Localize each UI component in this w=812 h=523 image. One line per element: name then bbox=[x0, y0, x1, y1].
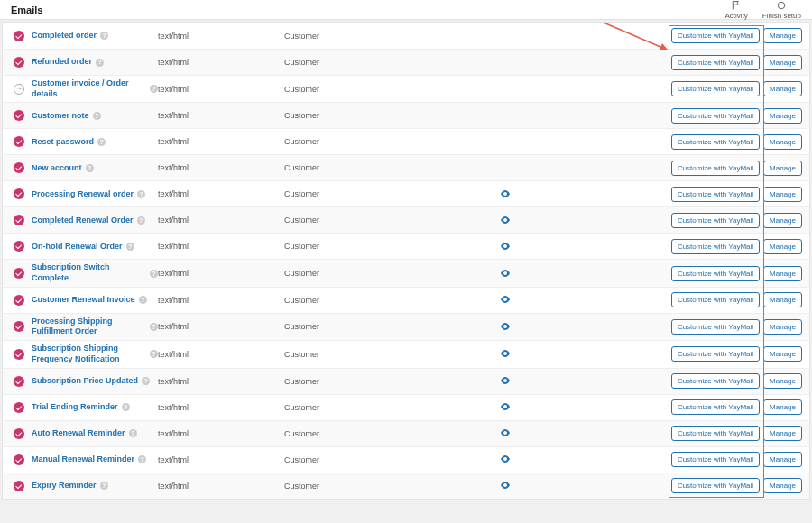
customize-button[interactable]: Customize with YayMail bbox=[671, 28, 760, 43]
manage-button[interactable]: Manage bbox=[763, 399, 802, 415]
manage-button[interactable]: Manage bbox=[763, 55, 802, 70]
customize-button[interactable]: Customize with YayMail bbox=[671, 108, 760, 124]
email-name-link[interactable]: Subscription Switch Complete? bbox=[32, 262, 158, 283]
email-name-link[interactable]: Processing Renewal order? bbox=[32, 189, 158, 200]
help-tooltip-icon[interactable]: ? bbox=[129, 429, 137, 437]
manual-send-icon[interactable] bbox=[14, 84, 24, 95]
manage-button[interactable]: Manage bbox=[763, 213, 802, 228]
email-name-link[interactable]: Manual Renewal Reminder? bbox=[32, 454, 158, 465]
help-tooltip-icon[interactable]: ? bbox=[137, 216, 145, 225]
eye-icon[interactable] bbox=[500, 454, 511, 464]
manage-button[interactable]: Manage bbox=[763, 319, 802, 335]
email-name-link[interactable]: Processing Shipping Fulfillment Order? bbox=[32, 317, 158, 337]
enabled-check-icon[interactable] bbox=[14, 241, 24, 252]
enabled-check-icon[interactable] bbox=[14, 57, 24, 68]
manage-button[interactable]: Manage bbox=[763, 161, 802, 176]
eye-icon[interactable] bbox=[500, 295, 511, 305]
eye-icon[interactable] bbox=[500, 269, 511, 279]
eye-icon[interactable] bbox=[500, 189, 511, 199]
customize-button[interactable]: Customize with YayMail bbox=[671, 239, 760, 254]
manage-button[interactable]: Manage bbox=[763, 426, 802, 441]
email-name-link[interactable]: Auto Renewal Reminder? bbox=[32, 428, 158, 439]
help-tooltip-icon[interactable]: ? bbox=[97, 138, 106, 146]
manage-button[interactable]: Manage bbox=[763, 373, 802, 389]
email-name-link[interactable]: New account? bbox=[32, 163, 158, 174]
help-tooltip-icon[interactable]: ? bbox=[150, 323, 158, 331]
email-name-link[interactable]: On-hold Renewal Order? bbox=[32, 242, 158, 252]
customize-button[interactable]: Customize with YayMail bbox=[671, 426, 760, 441]
eye-icon[interactable] bbox=[500, 481, 511, 491]
help-tooltip-icon[interactable]: ? bbox=[100, 482, 108, 490]
help-tooltip-icon[interactable]: ? bbox=[137, 190, 145, 198]
enabled-check-icon[interactable] bbox=[14, 215, 24, 225]
email-name-link[interactable]: Customer invoice / Order details? bbox=[32, 78, 158, 99]
customize-button[interactable]: Customize with YayMail bbox=[671, 187, 760, 202]
email-name-link[interactable]: Expiry Reminder? bbox=[32, 481, 158, 491]
scroll-area[interactable]: Completed order?text/htmlCustomerCustomi… bbox=[0, 20, 812, 523]
manage-button[interactable]: Manage bbox=[763, 28, 802, 43]
help-tooltip-icon[interactable]: ? bbox=[93, 112, 101, 120]
enabled-check-icon[interactable] bbox=[14, 110, 24, 121]
email-name-link[interactable]: Completed Renewal Order? bbox=[32, 216, 158, 226]
customize-button[interactable]: Customize with YayMail bbox=[671, 346, 760, 362]
help-tooltip-icon[interactable]: ? bbox=[122, 403, 130, 411]
help-tooltip-icon[interactable]: ? bbox=[150, 270, 158, 278]
enabled-check-icon[interactable] bbox=[14, 268, 24, 279]
enabled-check-icon[interactable] bbox=[14, 402, 24, 413]
customize-button[interactable]: Customize with YayMail bbox=[671, 319, 760, 335]
manage-button[interactable]: Manage bbox=[763, 478, 802, 493]
enabled-check-icon[interactable] bbox=[14, 321, 24, 332]
help-tooltip-icon[interactable]: ? bbox=[139, 296, 147, 304]
customize-button[interactable]: Customize with YayMail bbox=[671, 134, 760, 150]
enabled-check-icon[interactable] bbox=[14, 31, 24, 41]
eye-icon[interactable] bbox=[500, 428, 511, 438]
manage-button[interactable]: Manage bbox=[763, 346, 802, 362]
customize-button[interactable]: Customize with YayMail bbox=[671, 452, 760, 467]
email-name-link[interactable]: Completed order? bbox=[32, 31, 158, 41]
email-name-link[interactable]: Refunded order? bbox=[32, 57, 158, 68]
customize-button[interactable]: Customize with YayMail bbox=[671, 213, 760, 228]
customize-button[interactable]: Customize with YayMail bbox=[671, 55, 760, 70]
manage-button[interactable]: Manage bbox=[763, 187, 802, 202]
customize-button[interactable]: Customize with YayMail bbox=[671, 478, 760, 493]
help-tooltip-icon[interactable]: ? bbox=[86, 164, 94, 172]
manage-button[interactable]: Manage bbox=[763, 134, 802, 150]
eye-icon[interactable] bbox=[500, 322, 511, 332]
enabled-check-icon[interactable] bbox=[14, 349, 24, 360]
help-tooltip-icon[interactable]: ? bbox=[96, 59, 104, 67]
customize-button[interactable]: Customize with YayMail bbox=[671, 266, 760, 281]
enabled-check-icon[interactable] bbox=[14, 136, 24, 147]
email-name-link[interactable]: Customer Renewal Invoice? bbox=[32, 295, 158, 306]
manage-button[interactable]: Manage bbox=[763, 452, 802, 467]
manage-button[interactable]: Manage bbox=[763, 108, 802, 124]
manage-button[interactable]: Manage bbox=[763, 239, 802, 254]
help-tooltip-icon[interactable]: ? bbox=[138, 455, 146, 463]
finish-setup-button[interactable]: Finish setup bbox=[762, 0, 801, 20]
enabled-check-icon[interactable] bbox=[14, 162, 24, 173]
eye-icon[interactable] bbox=[500, 376, 511, 386]
help-tooltip-icon[interactable]: ? bbox=[150, 85, 158, 93]
customize-button[interactable]: Customize with YayMail bbox=[671, 161, 760, 176]
help-tooltip-icon[interactable]: ? bbox=[150, 350, 158, 358]
eye-icon[interactable] bbox=[500, 216, 511, 225]
customize-button[interactable]: Customize with YayMail bbox=[671, 292, 760, 307]
enabled-check-icon[interactable] bbox=[14, 295, 24, 306]
email-name-link[interactable]: Trial Ending Reminder? bbox=[32, 402, 158, 413]
activity-button[interactable]: Activity bbox=[725, 0, 748, 20]
email-name-link[interactable]: Reset password? bbox=[32, 137, 158, 148]
manage-button[interactable]: Manage bbox=[763, 81, 802, 96]
eye-icon[interactable] bbox=[500, 349, 511, 359]
email-name-link[interactable]: Customer note? bbox=[32, 111, 158, 122]
help-tooltip-icon[interactable]: ? bbox=[142, 377, 150, 385]
eye-icon[interactable] bbox=[500, 402, 511, 412]
customize-button[interactable]: Customize with YayMail bbox=[671, 399, 760, 415]
help-tooltip-icon[interactable]: ? bbox=[126, 243, 134, 251]
enabled-check-icon[interactable] bbox=[14, 188, 24, 199]
email-name-link[interactable]: Subscription Shipping Frequency Notifica… bbox=[32, 344, 158, 364]
email-name-link[interactable]: Subscription Price Updated? bbox=[32, 376, 158, 387]
customize-button[interactable]: Customize with YayMail bbox=[671, 373, 760, 389]
enabled-check-icon[interactable] bbox=[14, 454, 24, 465]
help-tooltip-icon[interactable]: ? bbox=[100, 32, 108, 40]
manage-button[interactable]: Manage bbox=[763, 266, 802, 281]
manage-button[interactable]: Manage bbox=[763, 292, 802, 307]
